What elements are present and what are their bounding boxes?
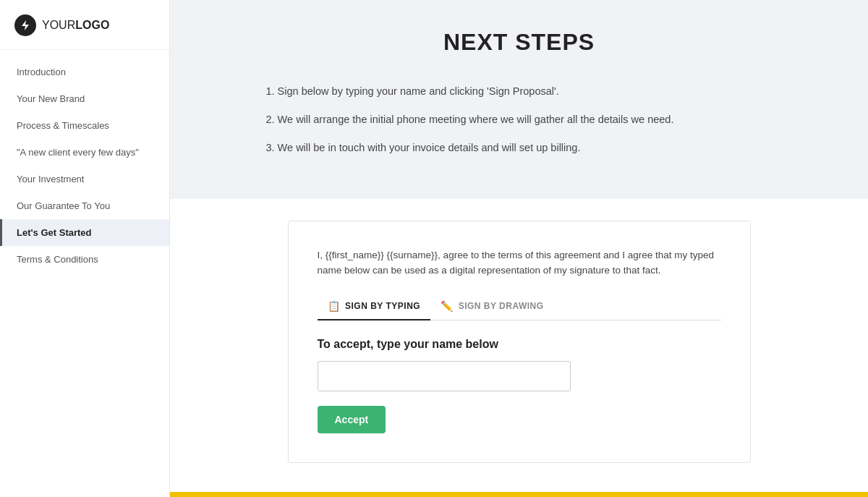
- main-content: NEXT STEPS 1. Sign below by typing your …: [170, 0, 868, 497]
- sign-section: I, {{first_name}} {{surname}}, agree to …: [170, 199, 868, 492]
- sign-tabs: 📋 SIGN BY TYPING ✏️ SIGN BY DRAWING: [318, 294, 721, 320]
- sign-card: I, {{first_name}} {{surname}}, agree to …: [288, 221, 751, 463]
- step-item: 1. Sign below by typing your name and cl…: [266, 77, 773, 106]
- sidebar-nav: IntroductionYour New BrandProcess & Time…: [0, 50, 169, 497]
- tab-sign-by-drawing[interactable]: ✏️ SIGN BY DRAWING: [430, 294, 553, 320]
- next-steps-title: NEXT STEPS: [228, 29, 810, 56]
- logo-icon: [14, 14, 36, 36]
- step-item: 3. We will be in touch with your invoice…: [266, 134, 773, 162]
- tab-sign-by-typing[interactable]: 📋 SIGN BY TYPING: [318, 294, 431, 320]
- agreement-text: I, {{first_name}} {{surname}}, agree to …: [318, 247, 721, 279]
- sidebar-item-your-investment[interactable]: Your Investment: [0, 166, 169, 192]
- sidebar-item-lets-get-started[interactable]: Let's Get Started: [0, 219, 169, 246]
- step-item: 2. We will arrange the initial phone mee…: [266, 106, 773, 134]
- sign-name-input[interactable]: [318, 361, 571, 391]
- svg-marker-0: [22, 20, 29, 30]
- footer-bar: [170, 492, 868, 497]
- typing-icon: 📋: [328, 300, 341, 312]
- sidebar-item-our-guarantee[interactable]: Our Guarantee To You: [0, 192, 169, 219]
- accept-button[interactable]: Accept: [318, 406, 386, 433]
- next-steps-section: NEXT STEPS 1. Sign below by typing your …: [170, 0, 868, 199]
- sidebar-item-new-client[interactable]: "A new client every few days": [0, 139, 169, 166]
- logo-area: YOURLOGO: [0, 0, 169, 50]
- sidebar-item-process-timescales[interactable]: Process & Timescales: [0, 112, 169, 139]
- logo-text: YOURLOGO: [42, 19, 109, 32]
- drawing-icon: ✏️: [441, 300, 454, 312]
- sidebar-item-terms-conditions[interactable]: Terms & Conditions: [0, 246, 169, 273]
- steps-list: 1. Sign below by typing your name and cl…: [266, 77, 773, 163]
- sign-name-label: To accept, type your name below: [318, 338, 721, 351]
- sidebar-item-introduction[interactable]: Introduction: [0, 59, 169, 85]
- tab-typing-label: SIGN BY TYPING: [345, 301, 420, 311]
- sidebar-item-your-new-brand[interactable]: Your New Brand: [0, 85, 169, 112]
- sidebar: YOURLOGO IntroductionYour New BrandProce…: [0, 0, 170, 497]
- tab-drawing-label: SIGN BY DRAWING: [459, 301, 544, 311]
